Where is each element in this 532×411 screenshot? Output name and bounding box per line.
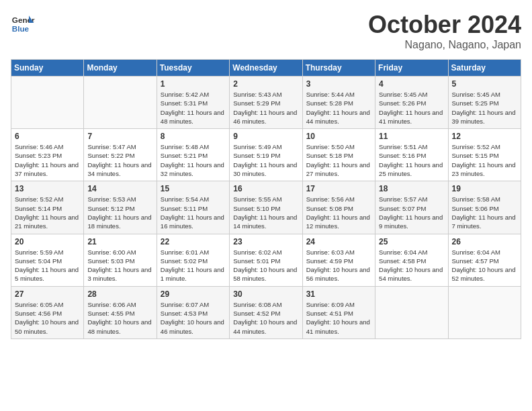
calendar-day-cell: 1Sunrise: 5:42 AM Sunset: 5:31 PM Daylig…	[157, 77, 229, 129]
day-number: 8	[161, 132, 226, 141]
calendar-day-cell: 7Sunrise: 5:47 AM Sunset: 5:22 PM Daylig…	[84, 129, 157, 181]
day-number: 25	[379, 237, 444, 246]
day-detail: Sunrise: 5:54 AM Sunset: 5:11 PM Dayligh…	[161, 195, 226, 230]
day-number: 21	[87, 237, 152, 246]
day-number: 14	[87, 184, 152, 193]
day-number: 23	[233, 237, 298, 246]
day-number: 15	[161, 184, 226, 193]
calendar-week-row: 1Sunrise: 5:42 AM Sunset: 5:31 PM Daylig…	[11, 77, 521, 129]
day-detail: Sunrise: 6:09 AM Sunset: 4:51 PM Dayligh…	[306, 300, 371, 336]
day-detail: Sunrise: 5:56 AM Sunset: 5:08 PM Dayligh…	[306, 195, 371, 230]
day-number: 24	[306, 237, 371, 246]
calendar-day-cell: 27Sunrise: 6:05 AM Sunset: 4:56 PM Dayli…	[11, 286, 84, 338]
location-title: Nagano, Nagano, Japan	[368, 39, 521, 51]
day-detail: Sunrise: 5:45 AM Sunset: 5:25 PM Dayligh…	[452, 90, 517, 126]
day-number: 4	[379, 79, 444, 89]
calendar-day-cell: 4Sunrise: 5:45 AM Sunset: 5:26 PM Daylig…	[375, 77, 448, 129]
calendar-day-cell: 11Sunrise: 5:51 AM Sunset: 5:16 PM Dayli…	[375, 129, 448, 181]
weekday-header: Wednesday	[230, 60, 302, 77]
weekday-header: Friday	[375, 60, 448, 77]
day-number: 19	[452, 184, 517, 193]
day-number: 26	[452, 237, 517, 246]
day-detail: Sunrise: 5:49 AM Sunset: 5:19 PM Dayligh…	[233, 142, 298, 178]
day-number: 28	[87, 289, 152, 299]
calendar-day-cell: 9Sunrise: 5:49 AM Sunset: 5:19 PM Daylig…	[230, 129, 302, 181]
calendar-day-cell: 14Sunrise: 5:53 AM Sunset: 5:12 PM Dayli…	[84, 181, 157, 234]
calendar-week-row: 20Sunrise: 5:59 AM Sunset: 5:04 PM Dayli…	[11, 234, 521, 286]
day-number: 11	[379, 132, 444, 141]
day-number: 22	[161, 237, 226, 246]
calendar-table: SundayMondayTuesdayWednesdayThursdayFrid…	[11, 59, 521, 339]
calendar-day-cell: 17Sunrise: 5:56 AM Sunset: 5:08 PM Dayli…	[302, 181, 375, 234]
calendar-day-cell: 21Sunrise: 6:00 AM Sunset: 5:03 PM Dayli…	[84, 234, 157, 286]
day-number: 3	[306, 79, 371, 89]
day-detail: Sunrise: 5:52 AM Sunset: 5:15 PM Dayligh…	[452, 142, 517, 178]
day-detail: Sunrise: 5:44 AM Sunset: 5:28 PM Dayligh…	[306, 90, 371, 126]
day-detail: Sunrise: 5:59 AM Sunset: 5:04 PM Dayligh…	[15, 248, 80, 283]
day-detail: Sunrise: 5:46 AM Sunset: 5:23 PM Dayligh…	[15, 142, 80, 178]
weekday-header: Sunday	[11, 60, 84, 77]
day-detail: Sunrise: 6:06 AM Sunset: 4:55 PM Dayligh…	[87, 300, 152, 336]
day-number: 30	[233, 289, 298, 299]
day-number: 5	[452, 79, 517, 89]
calendar-day-cell: 2Sunrise: 5:43 AM Sunset: 5:29 PM Daylig…	[230, 77, 302, 129]
calendar-day-cell: 30Sunrise: 6:08 AM Sunset: 4:52 PM Dayli…	[230, 286, 302, 338]
day-detail: Sunrise: 6:07 AM Sunset: 4:53 PM Dayligh…	[161, 300, 226, 336]
day-number: 18	[379, 184, 444, 193]
weekday-header: Thursday	[302, 60, 375, 77]
day-number: 17	[306, 184, 371, 193]
day-number: 31	[306, 289, 371, 299]
day-number: 12	[452, 132, 517, 141]
calendar-day-cell: 26Sunrise: 6:04 AM Sunset: 4:57 PM Dayli…	[448, 234, 521, 286]
calendar-day-cell	[448, 286, 521, 338]
calendar-day-cell: 19Sunrise: 5:58 AM Sunset: 5:06 PM Dayli…	[448, 181, 521, 234]
day-detail: Sunrise: 6:05 AM Sunset: 4:56 PM Dayligh…	[15, 300, 80, 336]
day-detail: Sunrise: 5:55 AM Sunset: 5:10 PM Dayligh…	[233, 195, 298, 230]
day-number: 2	[233, 79, 298, 89]
day-number: 7	[87, 132, 152, 141]
calendar-day-cell: 28Sunrise: 6:06 AM Sunset: 4:55 PM Dayli…	[84, 286, 157, 338]
calendar-week-row: 6Sunrise: 5:46 AM Sunset: 5:23 PM Daylig…	[11, 129, 521, 181]
calendar-day-cell: 15Sunrise: 5:54 AM Sunset: 5:11 PM Dayli…	[157, 181, 229, 234]
day-number: 13	[15, 184, 80, 193]
day-detail: Sunrise: 6:01 AM Sunset: 5:02 PM Dayligh…	[161, 248, 226, 283]
calendar-header-row: SundayMondayTuesdayWednesdayThursdayFrid…	[11, 60, 521, 77]
month-title: October 2024	[368, 11, 521, 39]
calendar-day-cell: 8Sunrise: 5:48 AM Sunset: 5:21 PM Daylig…	[157, 129, 229, 181]
calendar-day-cell: 3Sunrise: 5:44 AM Sunset: 5:28 PM Daylig…	[302, 77, 375, 129]
calendar-week-row: 27Sunrise: 6:05 AM Sunset: 4:56 PM Dayli…	[11, 286, 521, 338]
calendar-day-cell: 13Sunrise: 5:52 AM Sunset: 5:14 PM Dayli…	[11, 181, 84, 234]
day-detail: Sunrise: 5:42 AM Sunset: 5:31 PM Dayligh…	[161, 90, 226, 126]
day-number: 6	[15, 132, 80, 141]
calendar-day-cell: 22Sunrise: 6:01 AM Sunset: 5:02 PM Dayli…	[157, 234, 229, 286]
calendar-day-cell: 16Sunrise: 5:55 AM Sunset: 5:10 PM Dayli…	[230, 181, 302, 234]
calendar-day-cell	[84, 77, 157, 129]
page-header: General Blue October 2024 Nagano, Nagano…	[11, 11, 521, 51]
title-block: October 2024 Nagano, Nagano, Japan	[368, 11, 521, 51]
calendar-day-cell: 20Sunrise: 5:59 AM Sunset: 5:04 PM Dayli…	[11, 234, 84, 286]
calendar-day-cell: 6Sunrise: 5:46 AM Sunset: 5:23 PM Daylig…	[11, 129, 84, 181]
day-number: 16	[233, 184, 298, 193]
day-detail: Sunrise: 6:08 AM Sunset: 4:52 PM Dayligh…	[233, 300, 298, 336]
calendar-day-cell	[375, 286, 448, 338]
day-number: 27	[15, 289, 80, 299]
calendar-day-cell: 5Sunrise: 5:45 AM Sunset: 5:25 PM Daylig…	[448, 77, 521, 129]
logo-icon: General Blue	[11, 11, 35, 35]
day-detail: Sunrise: 5:43 AM Sunset: 5:29 PM Dayligh…	[233, 90, 298, 126]
day-detail: Sunrise: 6:04 AM Sunset: 4:57 PM Dayligh…	[452, 248, 517, 283]
day-number: 20	[15, 237, 80, 246]
calendar-day-cell: 12Sunrise: 5:52 AM Sunset: 5:15 PM Dayli…	[448, 129, 521, 181]
day-detail: Sunrise: 6:04 AM Sunset: 4:58 PM Dayligh…	[379, 248, 444, 283]
calendar-day-cell: 18Sunrise: 5:57 AM Sunset: 5:07 PM Dayli…	[375, 181, 448, 234]
day-detail: Sunrise: 6:03 AM Sunset: 4:59 PM Dayligh…	[306, 248, 371, 283]
day-detail: Sunrise: 5:57 AM Sunset: 5:07 PM Dayligh…	[379, 195, 444, 230]
day-number: 9	[233, 132, 298, 141]
day-detail: Sunrise: 5:53 AM Sunset: 5:12 PM Dayligh…	[87, 195, 152, 230]
day-number: 29	[161, 289, 226, 299]
calendar-day-cell: 24Sunrise: 6:03 AM Sunset: 4:59 PM Dayli…	[302, 234, 375, 286]
calendar-day-cell	[11, 77, 84, 129]
calendar-day-cell: 29Sunrise: 6:07 AM Sunset: 4:53 PM Dayli…	[157, 286, 229, 338]
day-detail: Sunrise: 5:47 AM Sunset: 5:22 PM Dayligh…	[87, 142, 152, 178]
calendar-day-cell: 31Sunrise: 6:09 AM Sunset: 4:51 PM Dayli…	[302, 286, 375, 338]
weekday-header: Saturday	[448, 60, 521, 77]
